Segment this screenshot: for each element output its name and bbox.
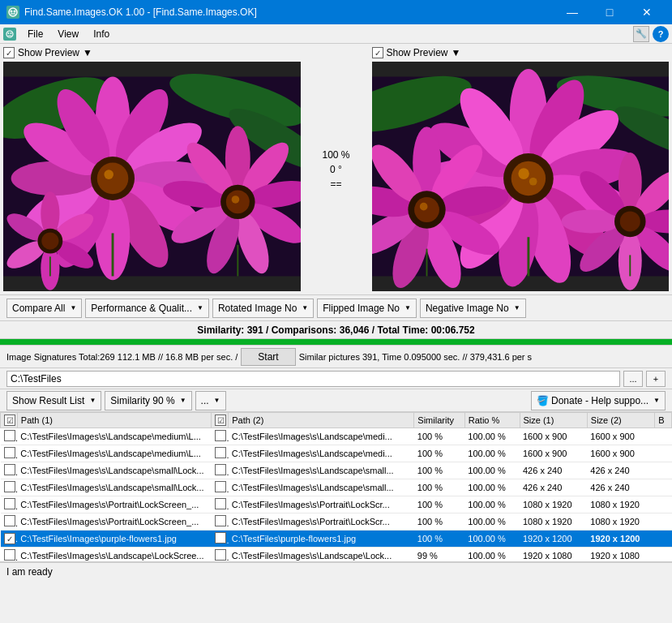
preview-panel-left: ✓ Show Preview ▼ xyxy=(0,44,304,294)
preview-section: ✓ Show Preview ▼ xyxy=(0,44,672,295)
table-row[interactable]: C:\TestFiles\Images\s\Landscape\small\Lo… xyxy=(1,462,672,479)
compare-all-arrow: ▼ xyxy=(70,304,76,312)
more-options-dropdown[interactable]: ... ▼ xyxy=(195,391,226,410)
svg-point-70 xyxy=(529,178,537,186)
svg-point-0 xyxy=(9,8,17,16)
performance-dropdown[interactable]: Performance & Qualit... ▼ xyxy=(85,299,209,318)
similarity-status-bar: Similarity: 391 / Comparisons: 36,046 / … xyxy=(0,321,672,339)
show-result-arrow: ▼ xyxy=(89,397,96,404)
app-icon xyxy=(6,6,19,19)
svg-point-69 xyxy=(518,168,529,179)
status-bottom-text: I am ready xyxy=(6,566,53,578)
show-preview-check-right[interactable]: ✓ xyxy=(372,47,383,58)
table-row[interactable]: C:\TestFiles\Images\s\Portrait\LockScree… xyxy=(1,496,672,513)
signatures-text: Image Signatures Total:269 112.1 MB // 1… xyxy=(6,352,238,362)
preview-image-left xyxy=(3,62,301,291)
flipped-dropdown[interactable]: Flipped Image No ▼ xyxy=(317,299,417,318)
similarity-dropdown[interactable]: Similarity 90 % ▼ xyxy=(105,391,191,410)
svg-point-81 xyxy=(414,197,439,222)
donate-arrow: ▼ xyxy=(653,397,660,404)
path-bar: ... + xyxy=(0,368,672,389)
col-header-path2: Path (2) xyxy=(229,413,414,428)
svg-point-68 xyxy=(511,161,545,195)
table-row[interactable]: C:\TestFiles\Images\s\Landscape\LockScre… xyxy=(1,548,672,562)
close-button[interactable]: ✕ xyxy=(628,0,666,24)
show-preview-label-left: Show Preview xyxy=(18,47,79,58)
browse-button[interactable]: ... xyxy=(623,371,643,387)
table-header-row: ☑ Path (1) ☑ Path (2) Similarity Ratio %… xyxy=(1,413,672,428)
compare-eq: == xyxy=(330,178,341,190)
menu-bar: File View Info 🔧 ? xyxy=(0,24,672,44)
app-menu-icon xyxy=(3,28,16,41)
signatures-bar: Image Signatures Total:269 112.1 MB // 1… xyxy=(0,346,672,368)
menu-info[interactable]: Info xyxy=(87,25,116,43)
col-header-similarity: Similarity xyxy=(414,413,464,428)
preview-header-left: ✓ Show Preview ▼ xyxy=(3,47,301,58)
preview-dropdown-arrow-left[interactable]: ▼ xyxy=(83,47,92,58)
rotated-dropdown[interactable]: Rotated Image No ▼ xyxy=(212,299,314,318)
performance-arrow: ▼ xyxy=(197,304,203,312)
window-title: Find.Same.Images.OK 1.00 - [Find.Same.Im… xyxy=(24,6,257,18)
title-bar-left: Find.Same.Images.OK 1.00 - [Find.Same.Im… xyxy=(6,6,257,19)
preview-image-right xyxy=(372,62,670,291)
col-header-check1[interactable]: ☑ xyxy=(1,413,18,428)
results-table-scroll[interactable]: ☑ Path (1) ☑ Path (2) Similarity Ratio %… xyxy=(0,412,672,561)
table-row[interactable]: ✓C:\TestFiles\Images\purple-flowers1.jpg… xyxy=(1,531,672,548)
result-bar: Show Result List ▼ Similarity 90 % ▼ ...… xyxy=(0,389,672,412)
rotated-arrow: ▼ xyxy=(302,304,308,312)
preview-header-right: ✓ Show Preview ▼ xyxy=(372,47,670,58)
similarity-status-text: Similarity: 391 / Comparisons: 36,046 / … xyxy=(197,324,474,336)
col-header-ratio: Ratio % xyxy=(464,413,520,428)
table-row[interactable]: C:\TestFiles\Images\s\Portrait\LockScree… xyxy=(1,513,672,531)
negative-arrow: ▼ xyxy=(514,304,520,312)
results-table-container: ☑ Path (1) ☑ Path (2) Similarity Ratio %… xyxy=(0,412,672,562)
progress-bar-container xyxy=(0,339,672,346)
start-button[interactable]: Start xyxy=(241,348,295,366)
negative-dropdown[interactable]: Negative Image No ▼ xyxy=(420,299,526,318)
progress-bar-fill xyxy=(0,339,672,345)
rotation-angle: 0 ° xyxy=(330,164,342,175)
compare-all-dropdown[interactable]: Compare All ▼ xyxy=(6,299,82,318)
window-controls: — □ ✕ xyxy=(554,0,666,24)
svg-point-1 xyxy=(11,11,13,13)
add-path-button[interactable]: + xyxy=(646,371,666,387)
title-bar: Find.Same.Images.OK 1.00 - [Find.Same.Im… xyxy=(0,0,672,24)
col-header-b: B xyxy=(655,413,672,428)
menu-file[interactable]: File xyxy=(21,25,49,43)
svg-point-38 xyxy=(232,195,240,204)
show-preview-label-right: Show Preview xyxy=(387,47,448,58)
menu-view[interactable]: View xyxy=(51,25,85,43)
table-row[interactable]: C:\TestFiles\Images\s\Landscape\small\Lo… xyxy=(1,479,672,496)
minimize-button[interactable]: — xyxy=(554,0,591,24)
svg-point-6 xyxy=(11,32,12,34)
svg-point-26 xyxy=(104,170,113,179)
status-bar-bottom: I am ready xyxy=(0,562,672,580)
table-body: C:\TestFiles\Images\s\Landscape\medium\L… xyxy=(1,428,672,562)
show-result-list-dropdown[interactable]: Show Result List ▼ xyxy=(6,391,101,410)
table-row[interactable]: C:\TestFiles\Images\s\Landscape\medium\L… xyxy=(1,428,672,445)
preview-panel-right: ✓ Show Preview ▼ xyxy=(369,44,673,294)
col-header-path1: Path (1) xyxy=(17,413,212,428)
preview-dropdown-arrow-right[interactable]: ▼ xyxy=(452,47,461,58)
svg-point-2 xyxy=(14,11,16,13)
center-panel: 100 % 0 ° == xyxy=(304,44,369,294)
support-icon[interactable]: 🔧 xyxy=(633,26,649,42)
svg-point-46 xyxy=(41,232,58,249)
table-row[interactable]: C:\TestFiles\Images\s\Landscape\medium\L… xyxy=(1,445,672,462)
similar-pictures-text: Similar pictures 391, Time 0.095000 sec.… xyxy=(299,352,666,362)
col-header-check2[interactable]: ☑ xyxy=(212,413,229,428)
svg-point-5 xyxy=(8,32,10,34)
svg-point-25 xyxy=(97,163,129,195)
zoom-level: 100 % xyxy=(322,149,349,161)
results-table: ☑ Path (1) ☑ Path (2) Similarity Ratio %… xyxy=(0,412,672,561)
svg-point-92 xyxy=(619,211,640,231)
help-icon[interactable]: ? xyxy=(653,26,669,42)
path-input[interactable] xyxy=(6,371,620,387)
col-header-size1: Size (1) xyxy=(520,413,587,428)
similarity-arrow: ▼ xyxy=(180,397,186,404)
show-preview-check-left[interactable]: ✓ xyxy=(3,47,15,58)
maximize-button[interactable]: □ xyxy=(591,0,628,24)
donate-dropdown[interactable]: 🪣 Donate - Help suppo... ▼ xyxy=(531,391,666,410)
svg-point-82 xyxy=(419,203,427,211)
more-arrow: ▼ xyxy=(214,397,220,404)
